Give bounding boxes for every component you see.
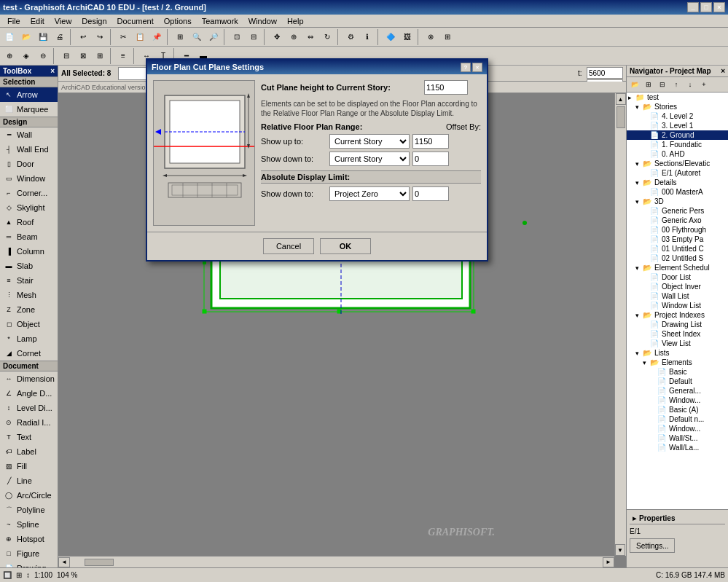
status-scale: 1:100 (34, 571, 52, 579)
statusbar: 🔲 ⊞ ↕ 1:100 104 % C: 16.9 GB 147.4 MB (0, 567, 728, 582)
dialog-preview (153, 80, 255, 226)
offset-by-label: Offset By: (446, 122, 481, 131)
show-up-to-select[interactable]: Current Story (329, 134, 410, 149)
abs-show-down-select[interactable]: Project Zero (329, 186, 410, 201)
status-icon1: 🔲 (3, 571, 12, 579)
relative-section-label: Relative Floor Plan Range: (261, 122, 362, 131)
show-up-to-offset-input[interactable] (412, 134, 449, 149)
dialog-body: Cut Plane height to Current Story: Eleme… (147, 74, 487, 232)
show-down-to-select[interactable]: Current Story (329, 152, 410, 166)
dialog-buttons: Cancel OK (147, 232, 487, 260)
cut-plane-input[interactable] (424, 80, 468, 95)
dialog-content: Cut Plane height to Current Story: Eleme… (261, 80, 481, 226)
status-zoom: 104 % (57, 571, 77, 579)
show-up-to-label: Show up to: (261, 137, 326, 146)
dialog-help-btn[interactable]: ? (461, 63, 471, 72)
status-memory: C: 16.9 GB 147.4 MB (656, 571, 725, 579)
dialog-overlay: Floor Plan Cut Plane Settings ? × (0, 0, 728, 582)
cancel-button[interactable]: Cancel (263, 238, 314, 254)
show-up-to-row: Show up to: Current Story (261, 134, 481, 149)
abs-show-down-row: Show down to: Project Zero (261, 186, 481, 201)
abs-show-down-label: Show down to: (261, 189, 326, 198)
absolute-section-header: Absolute Display Limit: (261, 170, 481, 184)
status-icon3: ↕ (26, 571, 30, 579)
dialog-titlebar-controls: ? × (461, 63, 482, 72)
show-down-to-offset-input[interactable] (412, 152, 449, 166)
show-down-to-label: Show down to: (261, 154, 326, 163)
cut-plane-dialog: Floor Plan Cut Plane Settings ? × (146, 58, 488, 261)
cut-plane-label: Cut Plane height to Current Story: (261, 83, 421, 92)
dialog-title: Floor Plan Cut Plane Settings (152, 63, 264, 71)
relative-header: Relative Floor Plan Range: Offset By: (261, 122, 481, 131)
cut-plane-row: Cut Plane height to Current Story: (261, 80, 481, 95)
dialog-close-btn[interactable]: × (472, 63, 482, 72)
dialog-titlebar: Floor Plan Cut Plane Settings ? × (147, 60, 487, 74)
dialog-description: Elements can be set to be displayed on t… (261, 99, 481, 118)
abs-show-down-offset-input[interactable] (412, 186, 449, 201)
show-down-to-row: Show down to: Current Story (261, 152, 481, 166)
ok-button[interactable]: OK (320, 238, 371, 254)
dialog-preview-svg (154, 81, 255, 226)
status-icon2: ⊞ (16, 571, 22, 579)
